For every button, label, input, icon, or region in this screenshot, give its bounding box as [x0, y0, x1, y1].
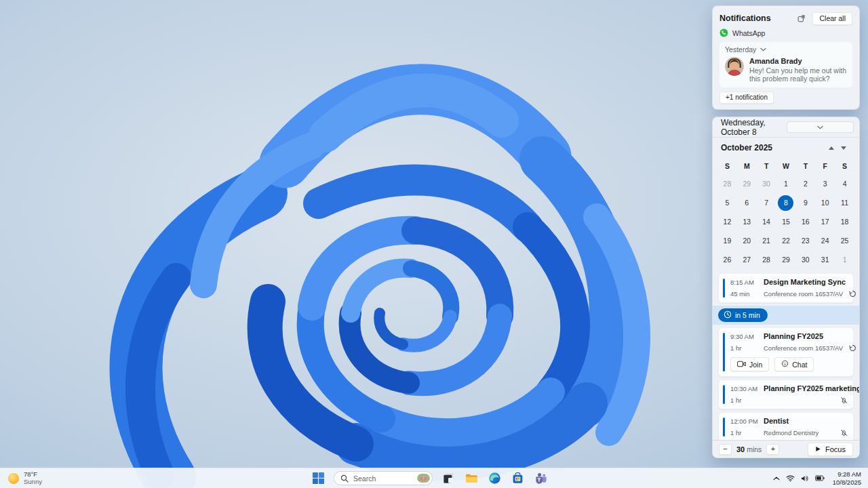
- calendar-day[interactable]: 25: [835, 231, 854, 250]
- agenda-item[interactable]: 8:15 AMDesign Marketing Sync45 minConfer…: [718, 273, 854, 303]
- clear-all-button[interactable]: Clear all: [812, 12, 852, 25]
- calendar-day[interactable]: 17: [815, 212, 835, 231]
- chat-icon: [781, 360, 789, 369]
- focus-minutes-value: 30: [736, 445, 745, 453]
- calendar-day-header: S: [717, 158, 737, 174]
- notification-message: Hey! Can you help me out with this probl…: [749, 66, 850, 83]
- calendar-day[interactable]: 31: [815, 250, 835, 269]
- meeting-countdown-pill[interactable]: in 5 min: [718, 308, 768, 322]
- focus-session-bar: − 30 mins + Focus: [713, 440, 859, 458]
- taskbar: 78°F Sunny Search: [0, 468, 868, 488]
- calendar-day-header: M: [737, 158, 757, 174]
- calendar-day[interactable]: 29: [776, 250, 796, 269]
- bell-off-icon: [838, 429, 848, 436]
- calendar-collapse-button[interactable]: [787, 121, 854, 133]
- calendar-day[interactable]: 27: [737, 250, 757, 269]
- agenda-time: 10:30 AM: [730, 385, 760, 392]
- widgets-button[interactable]: 78°F Sunny: [5, 469, 45, 488]
- calendar-prev-month-button[interactable]: [825, 146, 837, 150]
- calendar-day[interactable]: 9: [795, 193, 815, 212]
- agenda-join-button[interactable]: Join: [730, 357, 769, 371]
- notification-card[interactable]: Yesterday Amanda Brady Hey! Can you help…: [719, 42, 852, 87]
- calendar-day-header: T: [795, 158, 815, 174]
- calendar-day[interactable]: 20: [737, 231, 757, 250]
- calendar-day[interactable]: 15: [776, 212, 796, 231]
- calendar-day[interactable]: 19: [717, 231, 737, 250]
- task-view-icon: [442, 472, 455, 485]
- calendar-day[interactable]: 24: [815, 231, 835, 250]
- focus-button-label: Focus: [825, 445, 846, 453]
- calendar-day[interactable]: 14: [757, 212, 776, 231]
- agenda-item[interactable]: 9:30 AMPlanning FY20251 hrConference roo…: [718, 327, 854, 377]
- more-notifications-button[interactable]: +1 notification: [719, 92, 774, 104]
- task-view-button[interactable]: [441, 471, 456, 486]
- wifi-button[interactable]: [785, 475, 795, 482]
- agenda-actions: JoinChat: [730, 357, 848, 371]
- calendar-day[interactable]: 11: [835, 193, 854, 212]
- windows-logo-icon: [313, 472, 324, 484]
- agenda-duration: 1 hr: [730, 344, 760, 352]
- calendar-day[interactable]: 29: [737, 174, 757, 193]
- focus-minus-button[interactable]: −: [719, 444, 732, 455]
- volume-button[interactable]: [800, 475, 810, 482]
- agenda-title: Dentist: [764, 417, 834, 425]
- notification-settings-button[interactable]: [793, 12, 808, 24]
- calendar-month-label: October 2025: [721, 143, 825, 152]
- calendar-day[interactable]: 13: [737, 212, 757, 231]
- calendar-day[interactable]: 3: [815, 174, 835, 193]
- agenda-item[interactable]: 10:30 AMPlanning FY2025 marketing1 hr: [718, 380, 854, 409]
- agenda-list: 8:15 AMDesign Marketing Sync45 minConfer…: [713, 269, 859, 440]
- calendar-day[interactable]: 4: [835, 174, 854, 193]
- whatsapp-icon: [719, 28, 728, 37]
- calendar-day[interactable]: 22: [776, 231, 796, 250]
- calendar-day[interactable]: 10: [815, 193, 835, 212]
- calendar-day[interactable]: 2: [795, 174, 815, 193]
- clock-icon: [724, 310, 732, 320]
- tray-time: 9:28 AM: [833, 470, 861, 478]
- calendar-day[interactable]: 7: [757, 193, 776, 212]
- calendar-day[interactable]: 1: [776, 174, 796, 193]
- microsoft-store-button[interactable]: [510, 471, 525, 486]
- edge-browser-button[interactable]: [487, 471, 502, 486]
- calendar-day[interactable]: 12: [717, 212, 737, 231]
- calendar-next-month-button[interactable]: [837, 146, 850, 150]
- notification-group-row[interactable]: Yesterday: [725, 45, 847, 54]
- calendar-day[interactable]: 5: [717, 193, 737, 212]
- calendar-day[interactable]: 21: [757, 231, 776, 250]
- search-placeholder: Search: [353, 474, 412, 483]
- clock-button[interactable]: 9:28 AM 10/8/2025: [830, 470, 864, 486]
- notification-sender: Amanda Brady: [749, 57, 850, 65]
- notification-message-row: Amanda Brady Hey! Can you help me out wi…: [725, 57, 847, 83]
- start-button[interactable]: [311, 471, 326, 486]
- calendar-day[interactable]: 1: [835, 250, 854, 269]
- tray-overflow-button[interactable]: [772, 476, 781, 481]
- battery-button[interactable]: [814, 475, 825, 481]
- calendar-day[interactable]: 18: [835, 212, 854, 231]
- search-input[interactable]: Search: [334, 471, 433, 485]
- agenda-accent-bar: [723, 279, 725, 298]
- focus-plus-button[interactable]: +: [766, 444, 779, 455]
- calendar-day-header: F: [815, 158, 835, 174]
- calendar-day[interactable]: 30: [795, 250, 815, 269]
- calendar-grid: SMTWTFS282930123456789101112131415161718…: [713, 158, 859, 269]
- triangle-down-icon: [841, 146, 846, 150]
- calendar-day[interactable]: 23: [795, 231, 815, 250]
- meeting-countdown-band: in 5 min: [713, 306, 859, 325]
- notifications-header: Notifications Clear all: [719, 10, 852, 26]
- calendar-day[interactable]: 30: [757, 174, 776, 193]
- calendar-day[interactable]: 8: [776, 193, 796, 212]
- whatsapp-group-header[interactable]: WhatsApp: [719, 26, 852, 39]
- calendar-day[interactable]: 6: [737, 193, 757, 212]
- file-explorer-button[interactable]: [464, 471, 479, 486]
- calendar-day[interactable]: 28: [717, 174, 737, 193]
- teams-button[interactable]: [533, 471, 548, 486]
- agenda-item[interactable]: 12:00 PMDentist1 hrRedmond Dentistry: [718, 412, 854, 440]
- calendar-panel: Wednesday, October 8 October 2025 SMTWTF…: [712, 117, 860, 458]
- agenda-chat-button[interactable]: Chat: [774, 357, 814, 371]
- taskbar-center: Search: [311, 468, 548, 488]
- calendar-day[interactable]: 28: [757, 250, 776, 269]
- focus-start-button[interactable]: Focus: [808, 443, 853, 456]
- triangle-up-icon: [829, 146, 834, 150]
- calendar-day[interactable]: 16: [795, 212, 815, 231]
- calendar-day[interactable]: 26: [717, 250, 737, 269]
